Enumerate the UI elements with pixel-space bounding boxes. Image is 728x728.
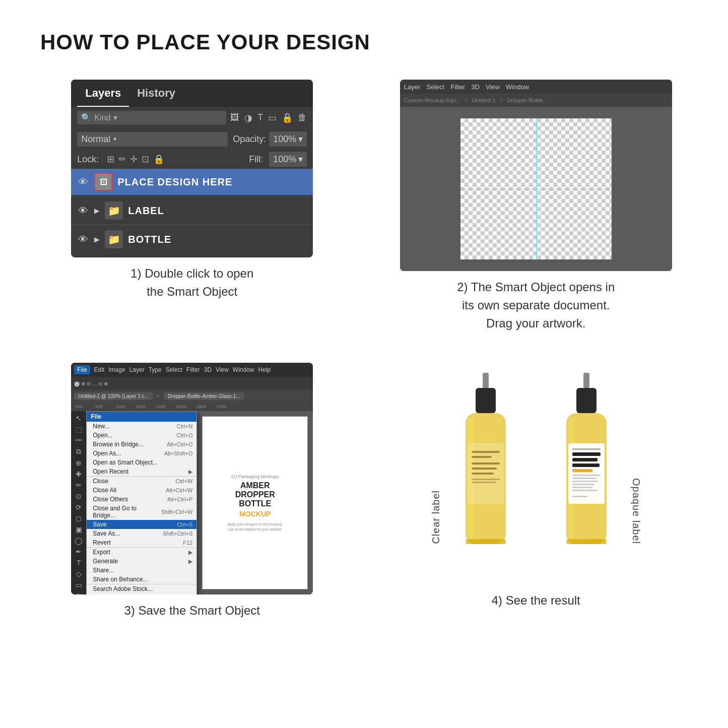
- menu-open-recent[interactable]: Open Recent ▶: [87, 467, 196, 476]
- menu-item-label: Open as Smart Object...: [93, 459, 158, 466]
- menu-place-embedded[interactable]: Place Embedded...: [87, 593, 196, 594]
- tab-history[interactable]: History: [129, 80, 183, 107]
- menu-item-label: Open Recent: [93, 468, 128, 475]
- tool-dodge[interactable]: ◯: [75, 537, 83, 545]
- tool-select[interactable]: ⬚: [76, 425, 82, 433]
- menu-save[interactable]: Save Ctrl+S: [87, 520, 196, 529]
- menu-image[interactable]: Image: [108, 366, 125, 373]
- ps-tab2-2[interactable]: Dropper-Bottle-Amber-Glass-1...: [164, 392, 244, 400]
- menu-save-as[interactable]: Save As... Shift+Ctrl+S: [87, 529, 196, 538]
- menu-select[interactable]: Select: [166, 366, 182, 373]
- tool-text[interactable]: T: [77, 559, 81, 567]
- menu-3d[interactable]: 3D: [204, 366, 212, 373]
- layer-row-bottle[interactable]: 👁 ▶ 📁 BOTTLE: [71, 226, 313, 252]
- tool-shape[interactable]: ▭: [76, 581, 82, 589]
- tool-crop[interactable]: ⧉: [76, 447, 81, 456]
- tool-clone[interactable]: ⊙: [76, 492, 82, 500]
- effect-icon[interactable]: 🔒: [282, 112, 293, 123]
- ps-menu-select[interactable]: Select: [426, 83, 444, 91]
- layers-toolbar-icons: 🖼 ◑ T ▭ 🔒 🗑: [230, 112, 307, 123]
- lock-pixels-icon[interactable]: ⊞: [107, 154, 114, 165]
- tool-gradient[interactable]: ▣: [76, 525, 82, 534]
- ps-menu-3d[interactable]: 3D: [471, 83, 480, 91]
- tool-move[interactable]: ↖: [76, 414, 82, 422]
- menu-help[interactable]: Help: [258, 366, 271, 373]
- visibility-icon-design[interactable]: 👁: [77, 176, 89, 188]
- menu-revert[interactable]: Revert F12: [87, 538, 196, 547]
- text-icon[interactable]: T: [257, 112, 263, 123]
- layer-name-design: PLACE DESIGN HERE: [117, 176, 232, 188]
- tab-layers[interactable]: Layers: [77, 80, 129, 107]
- menu-window[interactable]: Window: [233, 366, 254, 373]
- ps-menu-layer[interactable]: Layer: [404, 83, 421, 91]
- fill-input[interactable]: 100% ▾: [269, 152, 307, 167]
- ps-tab2-1[interactable]: Untitled-1 @ 100% (Layer 2 c...: [74, 392, 153, 400]
- menu-item-shortcut: Shift+Ctrl+S: [163, 531, 192, 537]
- svg-rect-8: [472, 468, 497, 470]
- menu-close-bridge[interactable]: Close and Go to Bridge... Shift+Ctrl+W: [87, 504, 196, 520]
- tool-pen[interactable]: ✒: [76, 548, 82, 556]
- expand-label-icon[interactable]: ▶: [94, 207, 100, 215]
- menu-browse-bridge[interactable]: Browse in Bridge... Alt+Ctrl+O: [87, 440, 196, 449]
- visibility-icon-bottle[interactable]: 👁: [77, 234, 89, 245]
- ps-menu-window[interactable]: Window: [506, 83, 529, 91]
- menu-item-label: Generate: [93, 558, 118, 565]
- ps-menu-view[interactable]: View: [486, 83, 500, 91]
- smart-object-icon: ⊡: [100, 176, 107, 187]
- menu-type[interactable]: Type: [149, 366, 162, 373]
- menu-item-shortcut: Alt+Ctrl+O: [167, 441, 192, 447]
- menu-open-smart[interactable]: Open as Smart Object...: [87, 458, 196, 467]
- ps-tab-label-2: Untitled-1: [472, 97, 496, 103]
- menu-item-shortcut: Ctrl+S: [177, 521, 192, 527]
- search-box[interactable]: 🔍 Kind ▾: [77, 111, 226, 124]
- menu-close[interactable]: Close Ctrl+W: [87, 476, 196, 486]
- lock-move-icon[interactable]: ✛: [130, 154, 138, 165]
- menu-new[interactable]: New... Ctrl+N: [87, 422, 196, 431]
- lock-all-icon[interactable]: 🔒: [153, 154, 164, 165]
- expand-bottle-icon[interactable]: ▶: [94, 235, 100, 243]
- svg-rect-18: [572, 448, 601, 450]
- lock-artboard-icon[interactable]: ⊡: [142, 154, 149, 165]
- menu-close-all[interactable]: Close All Alt+Ctrl+W: [87, 486, 196, 495]
- menu-share[interactable]: Share...: [87, 566, 196, 575]
- menu-item-label: Save: [93, 521, 106, 528]
- ps-menu-filter[interactable]: Filter: [450, 83, 465, 91]
- tool-lasso[interactable]: ⬾: [75, 436, 82, 444]
- blend-mode-selector[interactable]: Normal ▾: [77, 132, 228, 147]
- layer-row-label[interactable]: 👁 ▶ 📁 LABEL: [71, 197, 313, 224]
- tool-brush[interactable]: ✏: [76, 481, 82, 489]
- layer-row-design[interactable]: 👁 ⊡ PLACE DESIGN HERE: [71, 169, 313, 195]
- tool-path[interactable]: ◇: [76, 570, 82, 578]
- menu-filter[interactable]: Filter: [186, 366, 200, 373]
- menu-layer[interactable]: Layer: [129, 366, 145, 373]
- search-dropdown-arrow[interactable]: ▾: [113, 113, 117, 122]
- step-2-cell: Layer Select Filter 3D View Window Custo…: [384, 80, 688, 333]
- menu-open-as[interactable]: Open As... Alt+Shift+O: [87, 449, 196, 458]
- menu-export[interactable]: Export ▶: [87, 547, 196, 557]
- layer-thumb-bottle: 📁: [105, 230, 123, 248]
- lock-position-icon[interactable]: ✏: [118, 154, 126, 165]
- menu-adobe-stock[interactable]: Search Adobe Stock...: [87, 584, 196, 593]
- menu-generate[interactable]: Generate ▶: [87, 557, 196, 566]
- tool-heal[interactable]: ✚: [76, 470, 82, 478]
- lock-label: Lock:: [77, 154, 99, 165]
- trash-icon[interactable]: 🗑: [298, 112, 307, 123]
- adjustment-icon[interactable]: ◑: [244, 112, 252, 123]
- tool-history[interactable]: ⟳: [76, 503, 82, 511]
- visibility-icon-label[interactable]: 👁: [77, 205, 89, 217]
- menu-item-shortcut: Ctrl+W: [175, 478, 192, 484]
- tool-3d[interactable]: ⬡: [76, 592, 82, 594]
- ruler-mark-7: 2000: [216, 404, 236, 409]
- menu-close-others[interactable]: Close Others Alt+Ctrl+P: [87, 495, 196, 504]
- menu-file[interactable]: File: [74, 365, 90, 374]
- opacity-input[interactable]: 100% ▾: [269, 131, 307, 147]
- image-type-icon[interactable]: 🖼: [230, 112, 239, 123]
- menu-open[interactable]: Open... Ctrl+O: [87, 431, 196, 440]
- tool-eyedropper[interactable]: ⊕: [76, 459, 82, 467]
- tool-eraser[interactable]: ◻: [76, 514, 82, 522]
- menu-view[interactable]: View: [216, 366, 229, 373]
- menu-share-behance[interactable]: Share on Behance...: [87, 575, 196, 584]
- search-kind-label: Kind: [94, 113, 110, 122]
- menu-edit[interactable]: Edit: [94, 366, 105, 373]
- shape-icon[interactable]: ▭: [268, 112, 277, 123]
